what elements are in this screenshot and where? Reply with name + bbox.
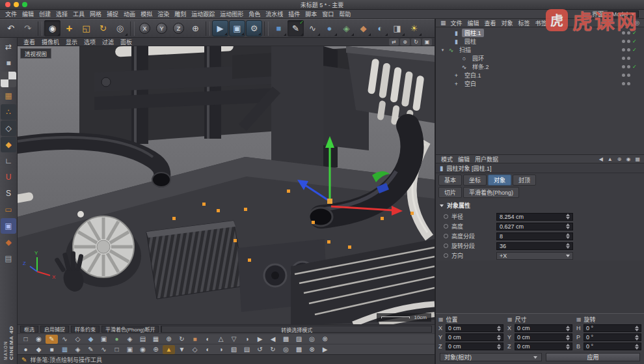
zoom-button[interactable] xyxy=(22,2,27,7)
object-manager-menu-item[interactable]: 查看 xyxy=(482,19,499,27)
render-visibility-dot[interactable] xyxy=(627,31,630,35)
panel-icon[interactable]: ▦ xyxy=(634,156,641,162)
option-chip[interactable]: 框选 xyxy=(20,326,38,333)
attribute-menu-item[interactable]: 用户数据 xyxy=(472,155,501,163)
viewport-menu-item[interactable]: 过滤 xyxy=(99,38,117,46)
viewport-menu-item[interactable]: 选项 xyxy=(81,38,99,46)
viewport-3d[interactable]: Y X Z 透视视图 10cm xyxy=(18,46,435,324)
y-axis-lock-button[interactable]: Y xyxy=(154,20,170,36)
enabled-check-icon[interactable]: ✓ xyxy=(632,64,638,70)
menu-item[interactable]: 模拟 xyxy=(138,10,155,18)
snap-icon[interactable]: U xyxy=(1,169,16,185)
object-name[interactable]: 扫描 xyxy=(457,46,474,54)
option-chip[interactable]: 平滑着色(Phong)断开 xyxy=(101,326,159,333)
separator[interactable] xyxy=(130,21,135,36)
value-spinner[interactable] xyxy=(635,335,639,341)
enabled-check-icon[interactable]: ✓ xyxy=(632,47,638,53)
palette-tool-icon[interactable]: ◐ xyxy=(202,345,214,354)
attribute-tab[interactable]: 对象 xyxy=(488,175,511,186)
view-label[interactable]: 透视视图 xyxy=(20,48,51,59)
object-name[interactable]: 圆柱 xyxy=(462,37,479,46)
palette-tool-icon[interactable]: ▦ xyxy=(150,335,162,344)
palette-tool-icon[interactable]: ▧ xyxy=(228,345,240,354)
quantize-icon[interactable]: S xyxy=(1,186,16,201)
object-name[interactable]: 圆环 xyxy=(470,54,487,63)
keyframe-circle-icon[interactable] xyxy=(444,224,448,229)
array-generator-icon[interactable]: ◈ xyxy=(338,20,355,36)
attribute-menu-item[interactable]: 模式 xyxy=(438,155,455,163)
target-icon[interactable]: ◎ xyxy=(632,20,641,26)
edges-mode-icon[interactable]: ◇ xyxy=(1,120,16,136)
scale-tool-icon[interactable]: ◱ xyxy=(78,20,94,36)
object-name[interactable]: 圆柱.1 xyxy=(462,29,484,37)
attribute-tab[interactable]: 平滑着色(Phong) xyxy=(463,187,519,198)
workplane-lock-icon[interactable]: ▭ xyxy=(1,202,16,217)
keyframe-circle-icon[interactable] xyxy=(444,253,448,258)
palette-tool-icon[interactable]: ▶ xyxy=(254,335,266,344)
maximize-view-icon[interactable]: ▣ xyxy=(422,38,432,46)
rotation-value-field[interactable]: 0 ° xyxy=(584,333,641,341)
property-value-field[interactable]: 0.627 cm xyxy=(496,223,573,231)
live-selection-icon[interactable]: ◉ xyxy=(44,20,60,36)
palette-tool-icon[interactable]: ▲ xyxy=(163,345,175,354)
palette-tool-icon[interactable]: ⊕ xyxy=(150,345,162,354)
editor-visibility-dot[interactable] xyxy=(622,48,625,51)
value-spinner[interactable] xyxy=(566,223,570,229)
position-value-field[interactable]: 0 cm xyxy=(446,343,503,350)
object-tree-row[interactable]: ∿ 样条.2 ✓ xyxy=(436,63,644,71)
minimize-button[interactable] xyxy=(14,2,19,7)
palette-tool-icon[interactable]: ▽ xyxy=(228,335,240,344)
attribute-tab[interactable]: 封顶 xyxy=(513,175,536,186)
object-tree-row[interactable]: + 空白.1 xyxy=(436,71,644,79)
palette-tool-icon[interactable]: ⊕ xyxy=(163,335,175,344)
coordinate-mode-dropdown[interactable]: 对象(相对) xyxy=(440,353,542,361)
z-axis-lock-button[interactable]: Z xyxy=(170,20,187,36)
expand-arrow-icon[interactable]: ▾ xyxy=(440,48,446,53)
object-tree-row[interactable]: + 空白 xyxy=(436,79,644,88)
palette-tool-icon[interactable]: ◈ xyxy=(124,335,136,344)
render-visibility-dot[interactable] xyxy=(627,40,630,43)
palette-tool-icon[interactable]: ⊗ xyxy=(319,335,331,344)
object-tree-row[interactable]: ▮ 圆柱 ✓ xyxy=(436,37,644,46)
viewport-menu-item[interactable]: 显示 xyxy=(62,38,81,46)
palette-tool-icon[interactable]: ↺ xyxy=(254,345,266,354)
separator[interactable] xyxy=(38,21,42,36)
palette-tool-icon[interactable]: ▼ xyxy=(176,345,188,354)
menu-item[interactable]: 创建 xyxy=(36,10,53,18)
subdivision-surface-icon[interactable]: ● xyxy=(321,20,338,36)
object-manager-menu-item[interactable]: 标签 xyxy=(516,19,533,27)
keyframe-circle-icon[interactable] xyxy=(444,234,448,238)
value-spinner[interactable] xyxy=(566,335,570,341)
viewport-menu-item[interactable]: 摄像机 xyxy=(38,38,62,46)
property-value-field[interactable]: 8.254 cm xyxy=(496,213,573,221)
palette-tool-icon[interactable]: ▦ xyxy=(59,345,71,354)
deformer-icon[interactable]: ◆ xyxy=(355,20,371,36)
nav-forward-icon[interactable]: ▲ xyxy=(606,156,614,162)
object-manager-menu-item[interactable]: 文件 xyxy=(448,19,465,27)
apply-button[interactable]: 应用 xyxy=(546,353,640,361)
viewport-menu-item[interactable]: 面板 xyxy=(117,38,135,46)
keyframe-circle-icon[interactable] xyxy=(444,214,448,219)
palette-tool-icon[interactable]: △ xyxy=(215,335,227,344)
render-visibility-dot[interactable] xyxy=(627,57,630,60)
palette-tool-icon[interactable]: ∿ xyxy=(98,345,110,354)
menu-item[interactable]: 窗口 xyxy=(319,10,336,18)
palette-tool-icon[interactable]: ● xyxy=(111,335,123,344)
palette-tool-icon[interactable]: ▤ xyxy=(137,335,149,344)
menu-item[interactable]: 插件 xyxy=(286,10,302,18)
palette-tool-icon[interactable]: ▨ xyxy=(293,335,305,344)
editor-visibility-dot[interactable] xyxy=(622,40,625,43)
property-value-field[interactable]: +X xyxy=(496,252,573,260)
selection-mode-dropdown[interactable]: 转换选择模式 xyxy=(161,326,432,333)
attribute-tab[interactable]: 切片 xyxy=(438,187,462,198)
polygons-mode-icon[interactable]: ◆ xyxy=(1,137,16,152)
render-visibility-dot[interactable] xyxy=(627,65,630,68)
value-spinner[interactable] xyxy=(566,233,570,239)
light-icon[interactable]: ☀ xyxy=(406,20,422,36)
solo-mode-icon[interactable]: ▣ xyxy=(1,218,16,234)
value-spinner[interactable] xyxy=(497,326,501,331)
palette-tool-icon[interactable]: ◉ xyxy=(33,335,45,344)
x-axis-lock-button[interactable]: X xyxy=(137,20,153,36)
palette-tool-icon[interactable]: ● xyxy=(20,345,32,354)
panel-grid-icon[interactable]: ▦ xyxy=(438,20,448,26)
